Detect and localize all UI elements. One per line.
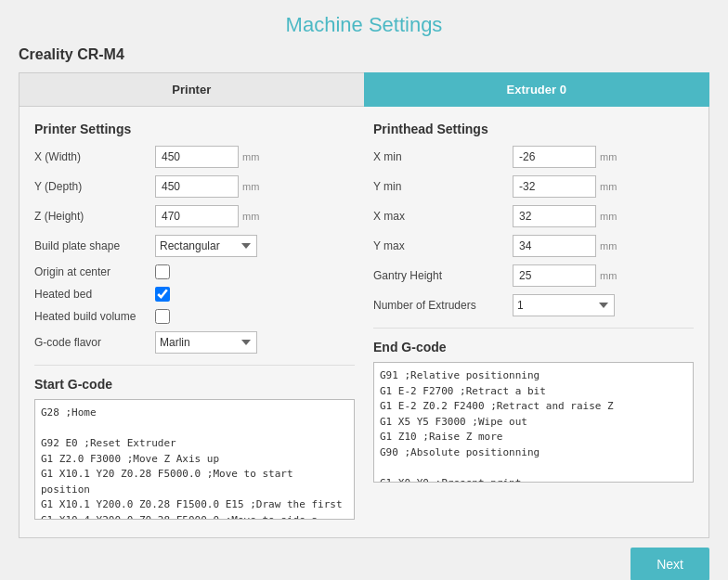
origin-at-center-checkbox[interactable]	[155, 264, 170, 279]
x-width-row: X (Width) mm	[34, 146, 355, 168]
x-min-row: X min mm	[373, 146, 694, 168]
gantry-height-input-group: mm	[513, 264, 620, 287]
x-width-input-group: mm	[155, 146, 263, 168]
y-min-row: Y min mm	[373, 175, 694, 198]
heated-build-volume-checkbox[interactable]	[155, 309, 170, 324]
heated-bed-row: Heated bed	[34, 287, 355, 302]
x-max-row: X max mm	[373, 205, 694, 227]
x-max-input[interactable]	[513, 205, 596, 227]
gcode-flavor-select[interactable]: Marlin RepRap UltiGCode Volumetric Griff…	[155, 331, 257, 354]
x-min-input-group: mm	[513, 146, 620, 168]
x-width-label: X (Width)	[34, 150, 155, 163]
x-min-unit: mm	[600, 151, 620, 162]
bottom-bar: Next	[0, 538, 728, 580]
y-depth-input[interactable]	[155, 175, 239, 198]
end-gcode-title: End G-code	[373, 340, 694, 354]
left-divider	[34, 365, 355, 366]
build-plate-shape-label: Build plate shape	[34, 239, 155, 252]
y-depth-unit: mm	[242, 181, 263, 192]
start-gcode-section: Start G-code G28 ;Home G92 E0 ;Reset Ext…	[34, 377, 355, 522]
z-height-input-group: mm	[155, 205, 263, 227]
gantry-height-unit: mm	[600, 270, 620, 281]
x-width-input[interactable]	[155, 146, 239, 168]
y-depth-row: Y (Depth) mm	[34, 175, 355, 198]
start-gcode-textarea[interactable]: G28 ;Home G92 E0 ;Reset Extruder G1 Z2.0…	[34, 399, 355, 520]
build-plate-shape-row: Build plate shape Rectangular Elliptic	[34, 235, 355, 257]
gantry-height-input[interactable]	[513, 264, 596, 287]
x-width-unit: mm	[242, 151, 263, 162]
x-max-unit: mm	[600, 211, 620, 222]
gantry-height-row: Gantry Height mm	[373, 264, 694, 287]
y-min-input[interactable]	[513, 175, 596, 198]
left-column: Printer Settings X (Width) mm Y (Depth) …	[34, 122, 355, 522]
printhead-settings-title: Printhead Settings	[373, 122, 694, 136]
y-max-input[interactable]	[513, 235, 596, 257]
y-depth-label: Y (Depth)	[34, 180, 155, 193]
heated-build-volume-label: Heated build volume	[34, 310, 155, 323]
z-height-label: Z (Height)	[34, 210, 155, 223]
origin-at-center-label: Origin at center	[34, 265, 155, 278]
z-height-unit: mm	[242, 211, 263, 222]
build-plate-shape-select[interactable]: Rectangular Elliptic	[155, 235, 257, 257]
z-height-input[interactable]	[155, 205, 239, 227]
tab-extruder[interactable]: Extruder 0	[364, 72, 710, 107]
y-depth-input-group: mm	[155, 175, 263, 198]
gcode-flavor-row: G-code flavor Marlin RepRap UltiGCode Vo…	[34, 331, 355, 354]
start-gcode-title: Start G-code	[34, 377, 355, 392]
y-max-input-group: mm	[513, 235, 620, 257]
x-max-label: X max	[373, 210, 513, 223]
num-extruders-label: Number of Extruders	[373, 299, 513, 312]
gantry-height-label: Gantry Height	[373, 269, 513, 282]
gcode-flavor-label: G-code flavor	[34, 336, 155, 349]
tab-printer[interactable]: Printer	[19, 72, 364, 107]
x-min-label: X min	[373, 150, 513, 163]
y-min-label: Y min	[373, 180, 513, 193]
num-extruders-select[interactable]: 1 2 3 4	[513, 294, 615, 316]
x-max-input-group: mm	[513, 205, 620, 227]
heated-build-volume-row: Heated build volume	[34, 309, 355, 324]
tabs-row: Printer Extruder 0	[19, 72, 709, 107]
right-column: Printhead Settings X min mm Y min mm X m…	[373, 122, 694, 522]
right-divider	[373, 328, 694, 329]
y-max-unit: mm	[600, 240, 620, 251]
z-height-row: Z (Height) mm	[34, 205, 355, 227]
origin-at-center-row: Origin at center	[34, 264, 355, 279]
machine-name: Creality CR-M4	[0, 46, 728, 72]
page-title: Machine Settings	[0, 0, 728, 46]
num-extruders-row: Number of Extruders 1 2 3 4	[373, 294, 694, 316]
heated-bed-label: Heated bed	[34, 288, 155, 301]
printer-settings-title: Printer Settings	[34, 122, 355, 136]
main-content: Printer Settings X (Width) mm Y (Depth) …	[19, 107, 709, 538]
end-gcode-section: End G-code G91 ;Relative positionning G1…	[373, 340, 694, 485]
heated-bed-checkbox[interactable]	[155, 287, 170, 302]
x-min-input[interactable]	[513, 146, 596, 168]
y-min-unit: mm	[600, 181, 620, 192]
next-button[interactable]: Next	[630, 548, 709, 580]
y-max-row: Y max mm	[373, 235, 694, 257]
y-min-input-group: mm	[513, 175, 620, 198]
end-gcode-textarea[interactable]: G91 ;Relative positionning G1 E-2 F2700 …	[373, 362, 694, 483]
y-max-label: Y max	[373, 239, 513, 252]
